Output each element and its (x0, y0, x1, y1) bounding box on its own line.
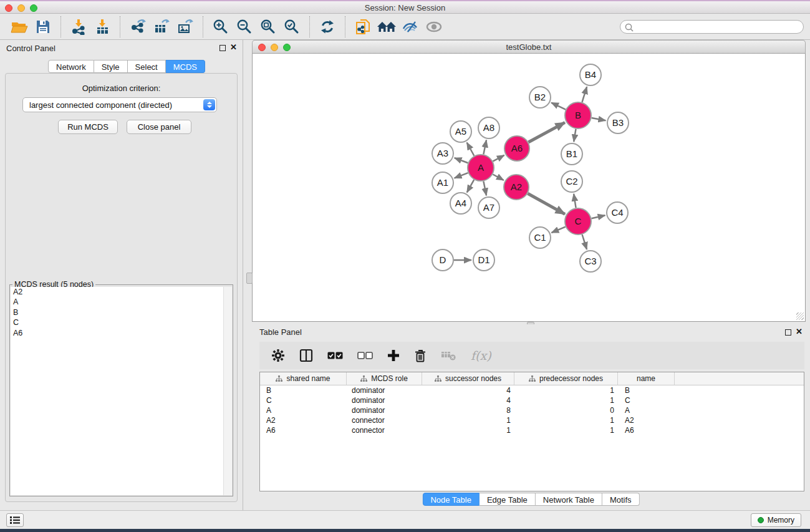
float-panel-button[interactable] (219, 45, 226, 51)
result-item[interactable]: A (11, 297, 232, 307)
graph-node-A5[interactable]: A5 (450, 121, 471, 142)
edge-A-A8[interactable] (483, 140, 486, 155)
edge-A-A2[interactable] (493, 175, 503, 181)
graph-node-C4[interactable]: C4 (607, 202, 628, 223)
search-field[interactable] (620, 20, 804, 34)
export-table-button[interactable] (152, 16, 171, 38)
tab-motifs[interactable]: Motifs (602, 493, 640, 506)
add-row-button[interactable] (387, 349, 400, 362)
vertical-splitter-handle[interactable] (246, 273, 253, 284)
table-row[interactable]: Cdominator41C (260, 395, 804, 405)
zoom-out-button[interactable] (234, 16, 254, 38)
float-table-panel-button[interactable] (785, 329, 791, 336)
show-graphics-details-button[interactable] (400, 16, 420, 38)
graph-node-A6[interactable]: A6 (504, 136, 529, 161)
apply-layout-button[interactable] (317, 16, 337, 38)
zoom-fit-button[interactable] (258, 16, 278, 38)
table-settings-button[interactable] (271, 349, 285, 362)
table-row[interactable]: A2connector11A2 (260, 415, 804, 425)
show-columns-button[interactable] (299, 349, 313, 362)
edge-A-A3[interactable] (455, 158, 468, 163)
edge-A-A6[interactable] (493, 155, 504, 162)
graph-node-B1[interactable]: B1 (561, 143, 582, 165)
mcds-result-list[interactable]: A2ABCA6 (11, 287, 232, 495)
graph-node-A4[interactable]: A4 (450, 193, 471, 214)
graph-node-A2[interactable]: A2 (504, 175, 529, 200)
graph-node-A8[interactable]: A8 (478, 117, 499, 138)
edge-A-A1[interactable] (455, 173, 468, 178)
tab-style[interactable]: Style (94, 60, 128, 73)
graph-node-A3[interactable]: A3 (432, 143, 453, 164)
graph-node-D1[interactable]: D1 (473, 249, 494, 271)
edge-B-B2[interactable] (551, 103, 566, 110)
network-graph[interactable]: B4B2BB3A5A8A6B1A3AC2A1A2A4A7C4CC1C3DD1 (253, 54, 805, 321)
edge-B-B3[interactable] (592, 118, 606, 120)
graph-node-B4[interactable]: B4 (580, 64, 601, 85)
clone-network-button[interactable] (353, 16, 373, 38)
graph-node-B3[interactable]: B3 (607, 112, 629, 133)
task-history-button[interactable] (6, 513, 24, 527)
resize-grip-icon[interactable] (796, 312, 804, 320)
hide-graphics-details-button[interactable] (424, 16, 444, 38)
unselect-all-columns-button[interactable] (357, 351, 373, 360)
result-item[interactable]: B (11, 307, 232, 317)
table-row[interactable]: A6connector11A6 (260, 425, 804, 435)
edge-B-B4[interactable] (582, 87, 587, 102)
save-session-button[interactable] (33, 16, 53, 38)
zoom-selected-button[interactable] (282, 16, 302, 38)
import-network-button[interactable] (69, 16, 89, 38)
result-item[interactable]: A2 (11, 287, 232, 297)
edge-A6-B[interactable] (528, 122, 564, 142)
function-builder-button[interactable]: f(x) (471, 349, 491, 362)
edge-C-C4[interactable] (591, 215, 605, 218)
edge-C-C2[interactable] (574, 194, 576, 208)
select-all-columns-button[interactable] (327, 351, 343, 360)
graph-node-C3[interactable]: C3 (580, 251, 601, 272)
tab-select[interactable]: Select (128, 60, 166, 73)
result-scrollbar[interactable] (223, 287, 232, 495)
result-item[interactable]: C (11, 317, 232, 327)
graph-node-C2[interactable]: C2 (561, 171, 582, 192)
graph-node-A[interactable]: A (468, 155, 494, 181)
graph-node-B2[interactable]: B2 (529, 87, 551, 108)
edge-A-A5[interactable] (467, 143, 475, 156)
memory-button[interactable]: Memory (751, 513, 801, 527)
close-panel-button-2[interactable]: Close panel (127, 120, 191, 134)
column-header-predecessor-nodes[interactable]: predecessor nodes (514, 372, 618, 385)
close-table-panel-button[interactable]: ✕ (796, 327, 803, 337)
table-row[interactable]: Adominator80A (260, 405, 804, 415)
network-window-titlebar[interactable]: testGlobe.txt (252, 40, 806, 54)
import-table-button[interactable] (92, 16, 112, 38)
tab-network-table[interactable]: Network Table (536, 493, 602, 506)
zoom-in-button[interactable] (211, 16, 231, 38)
network-canvas[interactable]: B4B2BB3A5A8A6B1A3AC2A1A2A4A7C4CC1C3DD1 (252, 54, 806, 322)
edge-C-C3[interactable] (582, 235, 587, 249)
column-header-MCDS-role[interactable]: MCDS role (347, 372, 422, 385)
export-network-button[interactable] (128, 16, 148, 38)
graph-node-C1[interactable]: C1 (529, 227, 551, 248)
graph-node-A7[interactable]: A7 (478, 197, 499, 218)
run-mcds-button[interactable]: Run MCDS (58, 120, 118, 134)
tab-edge-table[interactable]: Edge Table (480, 493, 536, 506)
table-row[interactable]: Bdominator41B (260, 385, 804, 395)
open-session-button[interactable] (9, 16, 29, 38)
edge-A2-C[interactable] (528, 193, 565, 214)
tab-node-table[interactable]: Node Table (422, 493, 480, 506)
graph-node-B[interactable]: B (565, 102, 591, 128)
graph-node-D[interactable]: D (432, 249, 453, 271)
edge-C-C1[interactable] (551, 227, 565, 233)
export-image-button[interactable] (175, 16, 195, 38)
tab-mcds[interactable]: MCDS (166, 60, 205, 73)
close-panel-button[interactable]: ✕ (230, 42, 237, 52)
search-input[interactable] (635, 21, 800, 34)
edge-A-A4[interactable] (467, 180, 474, 192)
home-networks-button[interactable] (377, 16, 397, 38)
result-item[interactable]: A6 (11, 328, 232, 338)
tab-network[interactable]: Network (48, 60, 94, 73)
graph-node-C[interactable]: C (565, 208, 591, 235)
edge-B-B1[interactable] (574, 129, 576, 142)
edge-A-A7[interactable] (483, 181, 486, 196)
delete-rows-button[interactable] (414, 349, 427, 362)
column-header-shared-name[interactable]: shared name (260, 372, 347, 385)
graph-node-A1[interactable]: A1 (432, 172, 453, 193)
